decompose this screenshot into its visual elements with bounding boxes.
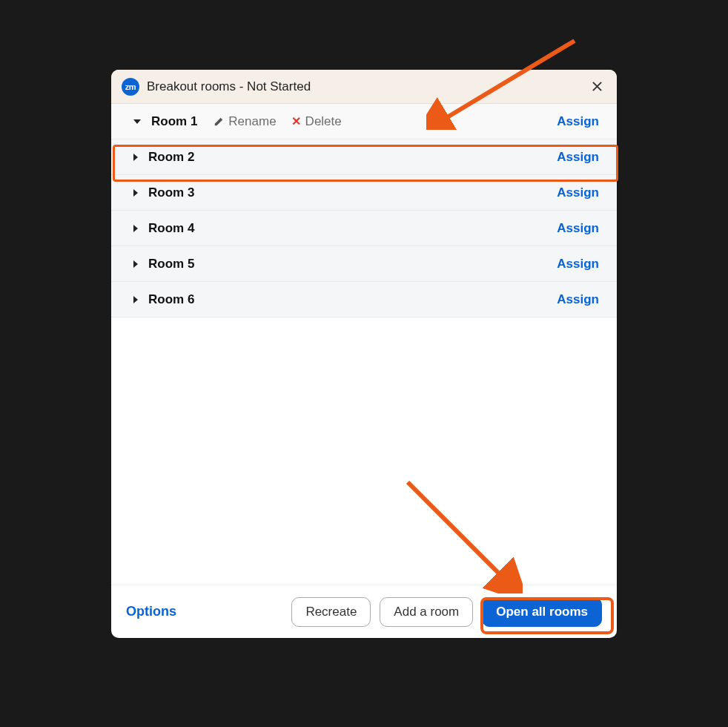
room-name: Room 1 bbox=[151, 114, 197, 129]
room-name: Room 4 bbox=[148, 221, 194, 236]
titlebar: zm Breakout rooms - Not Started bbox=[111, 70, 617, 104]
add-room-button[interactable]: Add a room bbox=[380, 597, 473, 627]
room-name: Room 2 bbox=[148, 150, 194, 165]
delete-button[interactable]: ✕ Delete bbox=[291, 114, 342, 129]
chevron-right-icon bbox=[133, 189, 138, 197]
room-row[interactable]: Room 3 Assign bbox=[111, 175, 617, 211]
room-row[interactable]: Room 6 Assign bbox=[111, 282, 617, 318]
room-row[interactable]: Room 5 Assign bbox=[111, 246, 617, 282]
chevron-right-icon bbox=[133, 154, 138, 161]
zoom-logo-icon: zm bbox=[122, 78, 139, 96]
chevron-right-icon bbox=[133, 260, 138, 268]
open-all-rooms-button[interactable]: Open all rooms bbox=[482, 597, 602, 627]
assign-button[interactable]: Assign bbox=[557, 221, 599, 236]
assign-button[interactable]: Assign bbox=[557, 257, 599, 272]
assign-button[interactable]: Assign bbox=[557, 150, 599, 165]
close-icon bbox=[592, 81, 603, 92]
room-name: Room 6 bbox=[148, 292, 194, 307]
assign-button[interactable]: Assign bbox=[557, 185, 599, 200]
delete-x-icon: ✕ bbox=[291, 114, 301, 128]
chevron-right-icon bbox=[133, 296, 138, 303]
empty-area bbox=[111, 318, 617, 585]
dialog-title: Breakout rooms - Not Started bbox=[147, 79, 587, 94]
recreate-button[interactable]: Recreate bbox=[291, 597, 371, 627]
room-row[interactable]: Room 2 Assign bbox=[111, 139, 617, 175]
chevron-right-icon bbox=[133, 225, 138, 232]
breakout-rooms-dialog: zm Breakout rooms - Not Started Room 1 R… bbox=[111, 70, 617, 638]
room-name: Room 3 bbox=[148, 185, 194, 200]
room-list: Room 1 Rename ✕ Delete Assign Room 2 Ass… bbox=[111, 104, 617, 318]
rename-button[interactable]: Rename bbox=[214, 114, 276, 129]
close-button[interactable] bbox=[587, 77, 606, 96]
options-button[interactable]: Options bbox=[126, 604, 176, 619]
chevron-down-icon bbox=[133, 119, 141, 124]
rename-label: Rename bbox=[228, 114, 276, 129]
delete-label: Delete bbox=[305, 114, 342, 129]
pencil-icon bbox=[214, 116, 224, 127]
dialog-footer: Options Recreate Add a room Open all roo… bbox=[111, 585, 617, 638]
assign-button[interactable]: Assign bbox=[557, 114, 599, 129]
assign-button[interactable]: Assign bbox=[557, 292, 599, 307]
room-row[interactable]: Room 4 Assign bbox=[111, 211, 617, 246]
room-row[interactable]: Room 1 Rename ✕ Delete Assign bbox=[111, 104, 617, 139]
room-name: Room 5 bbox=[148, 257, 194, 272]
